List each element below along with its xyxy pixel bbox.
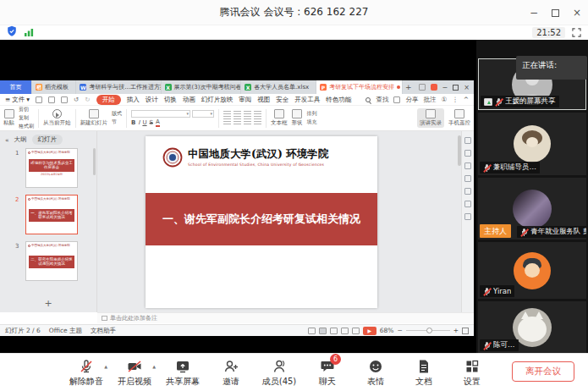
doc-assistant[interactable]: 文档助手	[91, 327, 116, 335]
format-painter-button[interactable]: 格式刷	[19, 123, 34, 130]
speech-record-button[interactable]: 演讲实录	[417, 108, 444, 128]
underline-button[interactable]: U	[142, 119, 146, 126]
bold-button[interactable]: B	[131, 119, 135, 126]
align-left-icon[interactable]	[223, 111, 231, 118]
current-slide[interactable]: 中国地质大学(武汉) 环境学院 School of Environmental …	[146, 136, 377, 308]
close-icon[interactable]: ×	[571, 7, 583, 19]
wps-doc-tab-excel1[interactable]: X 展示第(3)次中期考核问卷.xlsx	[162, 80, 242, 94]
add-slide-button[interactable]: +	[0, 298, 96, 309]
bullet-list-icon[interactable]	[223, 118, 231, 125]
properties-icon[interactable]	[464, 137, 471, 144]
ribbon-tab-features[interactable]: 特色功能	[326, 96, 351, 104]
undo-icon[interactable]: ↺	[74, 96, 79, 103]
video-options-caret[interactable]: ▲	[152, 364, 156, 369]
comment-label[interactable]: 批注	[423, 96, 436, 104]
phone-remote-button[interactable]: 手机遥控	[448, 109, 470, 127]
zoom-in-button[interactable]: +	[453, 327, 459, 334]
play-from-current-button[interactable]: 从当前开始	[43, 109, 71, 127]
outline-tab[interactable]: 大纲	[14, 135, 27, 144]
section-button[interactable]: 节	[112, 118, 122, 126]
unmute-button[interactable]: 解除静音 ▲	[68, 358, 105, 388]
settings-button[interactable]: 设置	[453, 358, 491, 388]
animation-pane-icon[interactable]	[464, 150, 471, 157]
font-color-button[interactable]: A	[156, 118, 160, 127]
wps-close-icon[interactable]: ×	[464, 84, 470, 91]
ribbon-tab-insert[interactable]: 插入	[127, 96, 140, 104]
reading-view-icon[interactable]	[341, 328, 349, 334]
more-pane-icon[interactable]	[464, 213, 471, 220]
new-tab-button[interactable]: +	[403, 80, 414, 94]
font-size-select[interactable]	[192, 110, 214, 118]
zoom-knob[interactable]	[426, 328, 432, 333]
number-list-icon[interactable]	[234, 118, 241, 125]
zoom-level[interactable]: 68%	[380, 327, 394, 334]
participant-tile[interactable]: 兼职辅导员…	[478, 113, 586, 175]
justify-icon[interactable]	[254, 111, 261, 118]
align-center-icon[interactable]	[234, 111, 241, 118]
help-pane-icon[interactable]	[464, 201, 471, 207]
arrange-button[interactable]: 排列	[307, 110, 317, 118]
security-shield-icon[interactable]	[7, 25, 17, 41]
docs-button[interactable]: 文档	[405, 358, 442, 388]
fullscreen-icon[interactable]	[572, 25, 581, 41]
start-video-button[interactable]: 开启视频 ▲	[116, 358, 153, 388]
maximize-icon[interactable]	[552, 9, 559, 17]
tab-list-icon[interactable]	[419, 84, 426, 91]
export-icon[interactable]	[61, 96, 68, 103]
redo-icon[interactable]: ↻	[85, 96, 90, 103]
indent-icon[interactable]	[244, 118, 251, 125]
more-icon[interactable]: ⋮	[452, 96, 459, 103]
fit-screen-icon[interactable]	[462, 328, 469, 334]
wps-docer-tab[interactable]: 稻 稻壳模板	[32, 80, 76, 94]
zoom-slider[interactable]	[406, 330, 450, 331]
textbox-button[interactable]: 文本框	[271, 109, 288, 127]
panel-scrollbar[interactable]	[93, 148, 96, 175]
mic-options-caret[interactable]: ▲	[104, 364, 107, 369]
wps-home-tab[interactable]: 首页	[0, 80, 32, 94]
collapse-panel-icon[interactable]: «	[5, 136, 9, 144]
ribbon-tab-review[interactable]: 审阅	[239, 96, 251, 104]
comment-pane-icon[interactable]	[464, 188, 471, 195]
ribbon-tab-home[interactable]: 开始	[96, 95, 121, 105]
upgrade-icon[interactable]	[431, 84, 437, 91]
file-menu[interactable]: ≡ 文件 ▾	[5, 96, 30, 104]
ribbon-tab-security[interactable]: 安全	[276, 96, 289, 104]
chat-button[interactable]: 6 聊天	[309, 358, 346, 388]
cut-button[interactable]: 剪切	[19, 106, 34, 113]
slide-thumbnail-3[interactable]: 中国地质大学(武汉) 环境学院 二、研究生院老师介绍复试调剂相关情况	[25, 241, 78, 281]
wps-doc-tab-excel2[interactable]: X 各大学人员名单.xlsx	[241, 80, 316, 94]
ribbon-tab-transition[interactable]: 切换	[164, 96, 177, 104]
shape-button[interactable]: 形状	[292, 109, 303, 127]
emoji-button[interactable]: 表情	[357, 358, 394, 388]
ribbon-tab-design[interactable]: 设计	[146, 96, 158, 104]
strikethrough-button[interactable]: S	[150, 119, 153, 126]
invite-button[interactable]: 邀请	[212, 358, 250, 388]
participant-tile[interactable]: Yiran	[478, 242, 586, 299]
participant-tile[interactable]: 陈可…	[478, 301, 586, 353]
share-screen-button[interactable]: 共享屏幕	[164, 358, 201, 388]
ribbon-tab-animation[interactable]: 动画	[183, 96, 195, 104]
collapse-ribbon-icon[interactable]: ^	[464, 96, 469, 103]
share-label[interactable]: 分享	[405, 96, 418, 104]
members-button[interactable]: 成员(45)	[261, 358, 298, 388]
outline-view-icon[interactable]	[352, 328, 360, 334]
wps-doc-tab-word[interactable]: W 考研科学与技...工作推进方案	[76, 80, 161, 94]
participant-tile[interactable]: 主持人 青年就业服务队 彭…	[478, 178, 586, 240]
layout-button[interactable]: 版式	[112, 110, 122, 118]
slide-thumbnail-2-selected[interactable]: 中国地质大学(武汉) 环境学院 一、谢先军副院长介绍考研复试相关情况	[25, 195, 78, 234]
design-pane-icon[interactable]	[464, 162, 471, 169]
find-label[interactable]: 查找	[376, 96, 388, 104]
notes-view-icon[interactable]	[308, 328, 316, 334]
ribbon-tab-devtools[interactable]: 开发工具	[294, 96, 320, 104]
search-icon[interactable]	[365, 97, 371, 102]
leave-meeting-button[interactable]: 离开会议	[512, 361, 574, 382]
wps-minimize-icon[interactable]: −	[442, 84, 448, 91]
transition-pane-icon[interactable]	[464, 175, 471, 182]
wps-maximize-icon[interactable]	[453, 85, 459, 91]
paste-button[interactable]: 粘贴	[3, 109, 14, 127]
copy-button[interactable]: 复制	[19, 114, 34, 122]
slide-thumbnail-1[interactable]: 中国地质大学(武汉) 环境学院 环境科学与技术系就业工作座谈会 2022年4月2…	[25, 148, 78, 188]
new-slide-button[interactable]: 新建幻灯片	[80, 109, 108, 127]
align-right-icon[interactable]	[244, 111, 251, 118]
help-icon[interactable]: ①	[441, 96, 447, 103]
